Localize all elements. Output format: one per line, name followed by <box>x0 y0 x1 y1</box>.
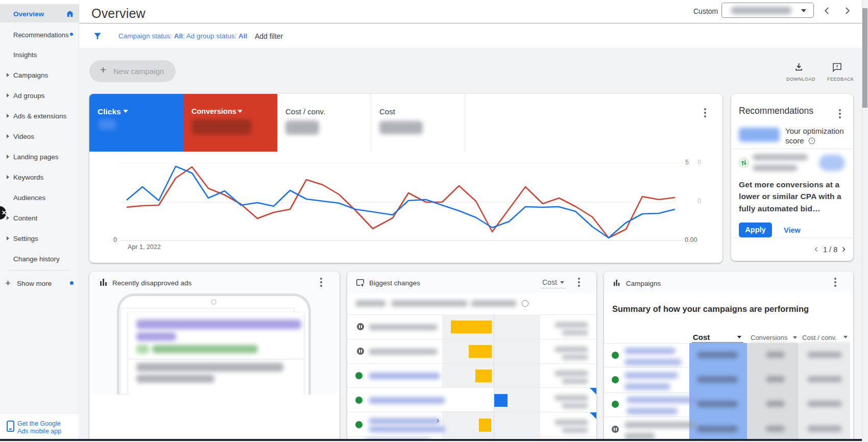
svg-text:?: ? <box>811 139 813 143</box>
